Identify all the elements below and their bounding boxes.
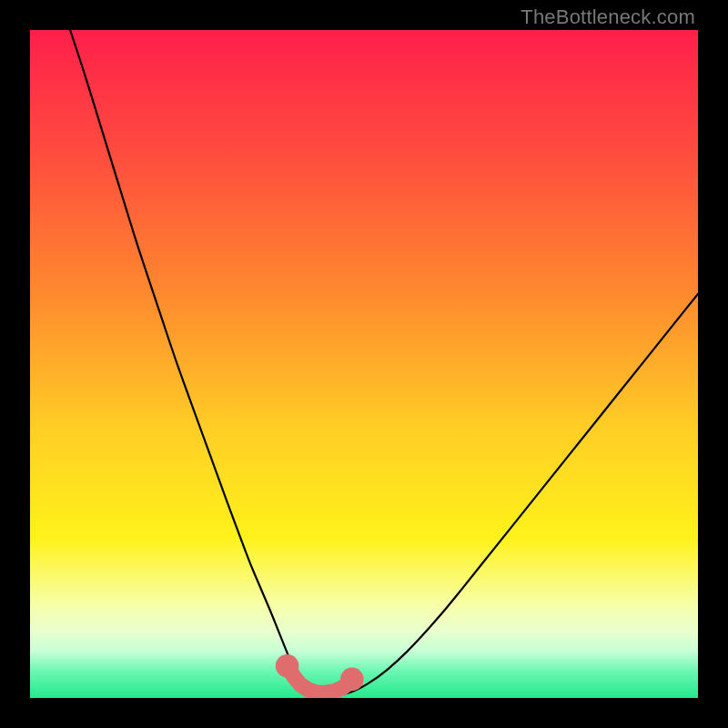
gradient-background [30, 30, 698, 698]
watermark-text: TheBottleneck.com [521, 5, 695, 29]
plot-area [30, 30, 698, 698]
trough-end-dot [276, 654, 299, 678]
trough-end-dot [340, 668, 364, 692]
outer-frame: TheBottleneck.com [0, 0, 728, 728]
bottleneck-chart [30, 30, 698, 698]
